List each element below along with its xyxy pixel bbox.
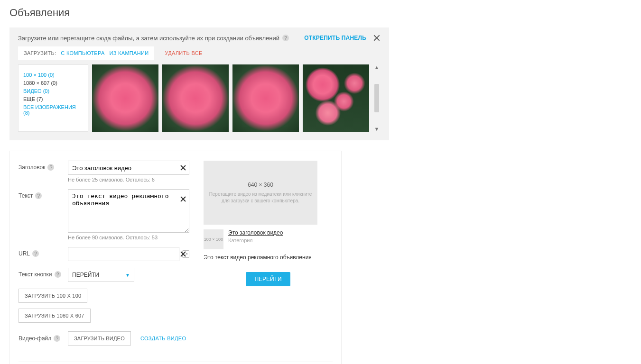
help-icon[interactable]: ? <box>35 192 42 199</box>
upload-from-computer[interactable]: С КОМПЬЮТЕРА <box>61 50 104 56</box>
media-thumbnails <box>92 64 369 132</box>
delete-all-link[interactable]: УДАЛИТЬ ВСЕ <box>165 50 202 56</box>
button-text-select[interactable]: ПЕРЕЙТИ ▼ <box>68 268 134 282</box>
filter-more[interactable]: ЕЩЁ (7) <box>23 96 83 102</box>
filter-video[interactable]: ВИДЕО (0) <box>23 88 83 94</box>
upload-instruction: Загрузите или перетащите сюда файлы, а з… <box>18 35 289 42</box>
upload-label: ЗАГРУЗИТЬ: <box>24 50 56 56</box>
clear-icon[interactable] <box>180 164 186 171</box>
chevron-down-icon: ▼ <box>125 273 130 278</box>
filter-all[interactable]: ВСЕ ИЗОБРАЖЕНИЯ (8) <box>23 104 83 116</box>
button-text-label: Текст кнопки <box>19 271 52 278</box>
upload-instruction-text: Загрузите или перетащите сюда файлы, а з… <box>18 35 279 42</box>
help-icon[interactable]: ? <box>282 35 289 41</box>
create-video-link[interactable]: СОЗДАТЬ ВИДЕО <box>140 336 186 341</box>
help-icon[interactable]: ? <box>54 335 60 342</box>
title-hint: Не более 25 символов. Осталось: 6 <box>68 177 189 182</box>
preview-category: Категория <box>228 237 283 243</box>
media-thumbnail[interactable] <box>232 64 299 132</box>
text-label: Текст <box>19 192 33 199</box>
ad-form-panel: Заголовок ? Не более 25 символов. Остало… <box>9 151 342 364</box>
media-thumbnail[interactable] <box>303 64 369 132</box>
title-label: Заголовок <box>19 164 45 171</box>
preview-text: Это текст видео рекламного объявления <box>204 254 333 261</box>
media-thumbnail[interactable] <box>92 64 158 132</box>
clear-icon[interactable] <box>180 196 186 202</box>
upload-source-tabs: ЗАГРУЗИТЬ: С КОМПЬЮТЕРА ИЗ КАМПАНИИ <box>18 46 154 60</box>
close-icon[interactable] <box>373 34 381 42</box>
upload-100x100-button[interactable]: ЗАГРУЗИТЬ 100 Х 100 <box>19 289 87 303</box>
preview-cta-button[interactable]: ПЕРЕЙТИ <box>246 272 290 286</box>
dropzone-dimensions: 640 × 360 <box>248 182 273 188</box>
media-filter-box: 100 × 100 (0) 1080 × 607 (0) ВИДЕО (0) Е… <box>18 64 88 132</box>
url-input[interactable] <box>68 247 179 261</box>
preview-title: Это заголовок видео <box>228 229 283 236</box>
title-input[interactable] <box>68 161 189 175</box>
help-icon[interactable]: ? <box>47 164 54 171</box>
filter-100x100[interactable]: 100 × 100 (0) <box>23 72 83 78</box>
page-title: Объявления <box>9 7 632 19</box>
video-dropzone[interactable]: 640 × 360 Перетащите видео из медиатеки … <box>204 161 317 225</box>
upload-video-button[interactable]: ЗАГРУЗИТЬ ВИДЕО <box>68 331 131 346</box>
scroll-up-icon[interactable]: ▲ <box>374 64 380 70</box>
help-icon[interactable]: ? <box>32 250 39 257</box>
preview-thumbnail-placeholder[interactable]: 100 × 100 <box>204 229 223 249</box>
help-icon[interactable]: ? <box>55 271 61 278</box>
button-text-value: ПЕРЕЙТИ <box>72 272 99 278</box>
upload-panel: Загрузите или перетащите сюда файлы, а з… <box>9 27 389 140</box>
unpin-panel-link[interactable]: ОТКРЕПИТЬ ПАНЕЛЬ <box>304 35 366 41</box>
media-scrollbar[interactable]: ▲ ▼ <box>373 64 381 132</box>
url-label: URL <box>19 250 30 257</box>
text-hint: Не более 90 символов. Осталось: 53 <box>68 235 189 240</box>
upload-1080x607-button[interactable]: ЗАГРУЗИТЬ 1080 Х 607 <box>19 309 91 323</box>
filter-1080x607[interactable]: 1080 × 607 (0) <box>23 80 83 86</box>
scroll-down-icon[interactable]: ▼ <box>374 126 380 132</box>
dropzone-message: Перетащите видео из медиатеки или кликни… <box>208 191 313 204</box>
text-input[interactable] <box>68 189 189 233</box>
video-file-label: Видео-файл <box>19 335 51 342</box>
clear-icon[interactable] <box>180 251 186 257</box>
media-thumbnail[interactable] <box>162 64 229 132</box>
scroll-thumb[interactable] <box>374 84 379 112</box>
upload-from-campaign[interactable]: ИЗ КАМПАНИИ <box>110 50 149 56</box>
